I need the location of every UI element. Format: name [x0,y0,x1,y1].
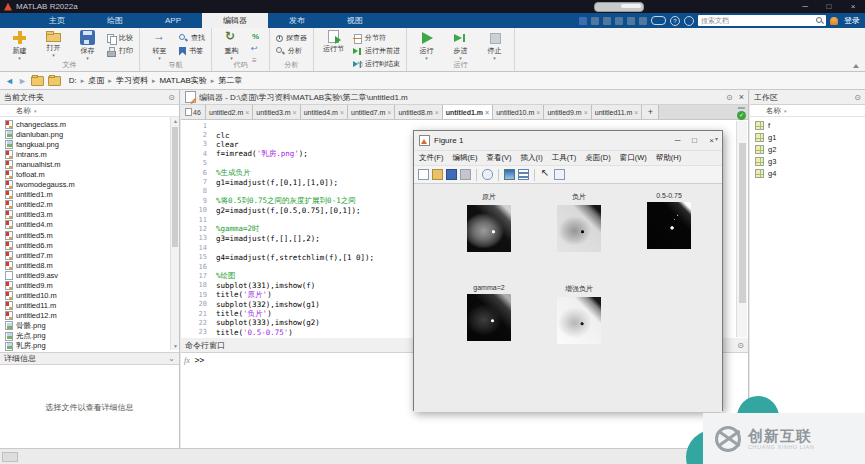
back-arrow-icon[interactable]: ◄ [5,72,14,90]
ribbon-tab[interactable]: 视图 [326,13,384,28]
ribbon-tab[interactable]: 绘图 [86,13,144,28]
details-collapse-icon[interactable]: ⌄ [168,354,175,363]
ribbon-button[interactable]: 探查器 [276,33,307,43]
file-row[interactable]: untitled5.m [0,230,179,240]
ribbon-button[interactable]: 重构 ▾ [218,30,245,60]
cut-icon[interactable] [591,17,599,25]
breadcrumb-segment[interactable]: 学习资料 [116,75,160,86]
new-figure-icon[interactable] [418,169,429,180]
insert-colorbar-icon[interactable] [504,169,515,180]
workspace-variable-row[interactable]: g3 [750,155,865,167]
tab-close-icon[interactable] [584,109,588,116]
name-column-header[interactable]: 名称 [750,105,865,117]
pane-split-handle[interactable] [738,107,745,109]
figure-title-bar[interactable]: Figure 1 ─ □ × [414,131,722,151]
figure-window[interactable]: Figure 1 ─ □ × 文件(F) 编辑(E) 查看(V) 插入(I) 工… [413,130,723,411]
breadcrumb-segment[interactable]: 第二章 [218,75,242,86]
tab-close-icon[interactable] [435,109,439,116]
figure-menu-item[interactable]: 帮助(H) [656,153,681,163]
forward-arrow-icon[interactable]: ► [18,72,27,90]
editor-tab[interactable]: untitled1.m [443,105,493,119]
tab-close-icon[interactable] [340,109,344,116]
insert-legend-icon[interactable] [518,169,529,180]
breadcrumb-segment[interactable]: MATLAB实验 [159,75,218,86]
edit-plot-cursor-icon[interactable] [540,169,551,180]
details-header[interactable]: 详细信息 ⌄ [0,352,179,365]
close-button[interactable]: × [841,0,865,13]
print-figure-icon[interactable] [460,169,471,180]
ribbon-button[interactable]: 运行并前进 [353,46,400,56]
ribbon-collapse-icon[interactable] [853,64,859,68]
panel-menu-icon[interactable]: ⊙ [726,93,733,102]
ribbon-tab[interactable]: APP [144,13,202,28]
file-row[interactable]: untitled1.m [0,190,179,200]
file-row[interactable]: twomodegauss.m [0,180,179,190]
tab-close-icon[interactable] [634,109,638,116]
file-list-scrollbar[interactable]: ▲ ▼ [170,117,179,350]
editor-close-icon[interactable]: × [739,92,744,102]
file-row[interactable]: untitled11.m [0,301,179,311]
file-row[interactable]: untitled6.m [0,240,179,250]
editor-tab[interactable]: untitled2.m [206,105,253,119]
name-column-header[interactable]: 名称 [0,105,179,117]
breadcrumb-segment[interactable]: 桌面 [88,75,116,86]
tab-overflow-count[interactable]: 46 [181,105,206,119]
panel-menu-icon[interactable]: ⊙ [168,93,175,102]
tab-close-icon[interactable] [387,109,391,116]
browse-folder-icon[interactable] [31,76,44,86]
breadcrumb-segment[interactable]: D: [69,76,89,85]
file-row[interactable]: 骨骼.png [0,321,179,331]
property-inspector-icon[interactable] [554,169,565,180]
file-row[interactable]: 乳房.png [0,341,179,351]
ribbon-button[interactable]: 转至 ▾ [146,30,173,60]
redo-icon[interactable] [639,17,647,25]
notification-bell-icon[interactable] [830,17,838,25]
file-row[interactable]: manualhist.m [0,159,179,169]
switch-window-icon[interactable] [651,16,666,25]
ribbon-button[interactable]: 书签 [179,46,205,56]
workspace-variable-row[interactable]: f [750,119,865,131]
ribbon-button[interactable] [251,33,263,42]
scrollbar-thumb[interactable] [172,127,178,247]
copy-icon[interactable] [603,17,611,25]
file-row[interactable]: untitled12.m [0,311,179,321]
folder-up-icon[interactable] [48,76,61,86]
file-row[interactable]: untitled9.asv [0,270,179,280]
file-row[interactable]: untitled10.m [0,291,179,301]
file-row[interactable]: changeclass.m [0,119,179,129]
ribbon-button[interactable]: 运行 ▾ [413,30,440,60]
panel-menu-icon[interactable]: ⊙ [854,93,861,102]
undo-icon[interactable] [627,17,635,25]
minimize-button[interactable]: ─ [793,0,817,13]
panel-menu-icon[interactable]: ⊙ [737,341,744,350]
ribbon-button[interactable]: 分节符 [353,33,400,43]
quick-save-icon[interactable] [579,17,587,25]
file-row[interactable]: tofloat.m [0,169,179,179]
figure-menu-item[interactable]: 工具(T) [552,153,577,163]
figure-menu-item[interactable]: 编辑(E) [453,153,478,163]
tab-close-icon[interactable] [245,109,249,116]
ribbon-button[interactable] [251,45,263,54]
file-row[interactable]: untitled7.m [0,250,179,260]
file-row[interactable]: fangkuai.png [0,139,179,149]
open-file-icon[interactable] [432,169,443,180]
tab-close-icon[interactable] [536,109,540,116]
doc-search-box[interactable]: 搜索文档 [698,15,826,26]
help-icon[interactable]: ? [670,16,680,26]
ribbon-button[interactable]: 打印 [107,46,133,56]
editor-tab[interactable]: untitled10.m [493,105,544,119]
file-row[interactable]: untitled4.m [0,220,179,230]
figure-menu-item[interactable]: 桌面(D) [585,153,610,163]
tab-close-icon[interactable] [485,109,489,116]
file-row[interactable]: dianluban.png [0,129,179,139]
editor-tab[interactable]: untitled4.m [301,105,348,119]
file-row[interactable]: 光点.png [0,331,179,341]
paste-icon[interactable] [615,17,623,25]
ribbon-button[interactable]: 新建 ▾ [6,30,33,60]
file-row[interactable]: intrans.m [0,149,179,159]
sign-in-link[interactable]: 登录 [844,15,860,26]
search-icon[interactable] [816,17,823,24]
tab-close-icon[interactable] [293,109,297,116]
new-tab-button[interactable]: + [642,105,659,119]
file-row[interactable]: untitled9.m [0,281,179,291]
